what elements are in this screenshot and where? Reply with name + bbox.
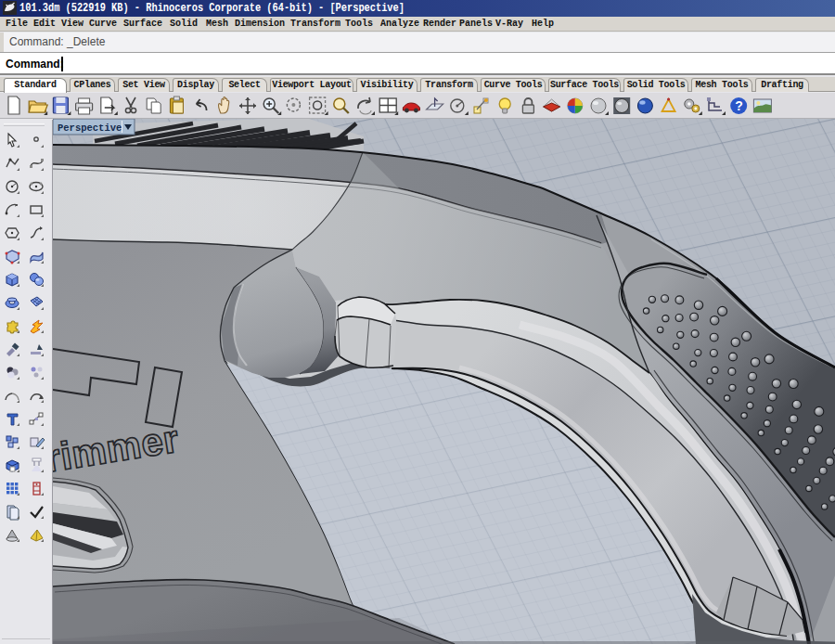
- svg-text:Perspective: Perspective: [58, 122, 122, 134]
- svg-text:?: ?: [735, 98, 743, 113]
